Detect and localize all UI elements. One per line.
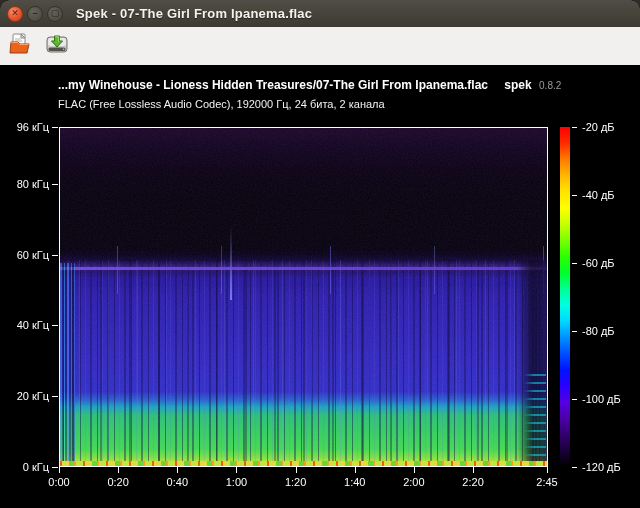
time-tick (59, 467, 60, 473)
app-name: spek (504, 78, 531, 92)
time-label: 1:00 (226, 476, 247, 488)
maximize-button[interactable]: ▢ (47, 6, 63, 22)
time-label: 1:40 (344, 476, 365, 488)
close-button[interactable]: ✕ (7, 6, 23, 22)
freq-label: 20 кГц (17, 390, 49, 402)
save-icon (44, 31, 70, 61)
db-tick (572, 127, 577, 128)
time-tick (547, 467, 548, 473)
time-label: 0:00 (48, 476, 69, 488)
freq-tick (52, 255, 58, 256)
time-label: 1:20 (285, 476, 306, 488)
freq-tick (52, 184, 58, 185)
time-label: 2:00 (403, 476, 424, 488)
time-label: 2:20 (462, 476, 483, 488)
time-label: 0:20 (107, 476, 128, 488)
db-tick (572, 467, 577, 468)
file-path-text: ...my Winehouse - Lioness Hidden Treasur… (58, 78, 488, 92)
spectrogram-noise-layer (60, 128, 547, 466)
freq-tick (52, 325, 58, 326)
time-label: 2:45 (536, 476, 557, 488)
db-tick (572, 399, 577, 400)
minimize-icon: – (32, 9, 37, 18)
time-tick (355, 467, 356, 473)
freq-label: 0 кГц (23, 461, 49, 473)
file-info-line: FLAC (Free Lossless Audio Codec), 192000… (58, 98, 385, 110)
freq-label: 96 кГц (17, 121, 49, 133)
open-file-icon (8, 31, 34, 61)
db-label: -40 дБ (582, 189, 615, 201)
freq-tick (52, 467, 58, 468)
db-tick (572, 331, 577, 332)
content-area: ...my Winehouse - Lioness Hidden Treasur… (0, 65, 640, 508)
app-version: 0.8.2 (539, 80, 561, 91)
freq-tick (52, 396, 58, 397)
file-path-heading: ...my Winehouse - Lioness Hidden Treasur… (58, 78, 632, 92)
db-tick (572, 263, 577, 264)
freq-label: 80 кГц (17, 178, 49, 190)
time-tick (473, 467, 474, 473)
time-tick (296, 467, 297, 473)
maximize-icon: ▢ (51, 9, 60, 18)
db-label: -120 дБ (582, 461, 621, 473)
time-tick (236, 467, 237, 473)
db-label: -60 дБ (582, 257, 615, 269)
db-label: -80 дБ (582, 325, 615, 337)
time-tick (177, 467, 178, 473)
spectrogram-plot (59, 127, 548, 467)
minimize-button[interactable]: – (27, 6, 43, 22)
db-color-scale (560, 127, 570, 467)
time-label: 0:40 (167, 476, 188, 488)
db-axis: -20 дБ-40 дБ-60 дБ-80 дБ-100 дБ-120 дБ (571, 127, 639, 467)
freq-label: 40 кГц (17, 319, 49, 331)
freq-tick (52, 127, 58, 128)
db-label: -20 дБ (582, 121, 615, 133)
time-tick (118, 467, 119, 473)
title-bar[interactable]: ✕ – ▢ Spek - 07-The Girl From Ipanema.fl… (0, 0, 640, 27)
time-tick (414, 467, 415, 473)
db-tick (572, 195, 577, 196)
freq-label: 60 кГц (17, 249, 49, 261)
time-axis: 0:000:200:401:001:201:402:002:202:45 (59, 467, 548, 495)
close-icon: ✕ (11, 9, 19, 18)
db-label: -100 дБ (582, 393, 621, 405)
spek-window: ✕ – ▢ Spek - 07-The Girl From Ipanema.fl… (0, 0, 640, 508)
save-button[interactable] (42, 31, 72, 61)
frequency-axis: 96 кГц80 кГц60 кГц40 кГц20 кГц0 кГц (0, 127, 59, 467)
toolbar (0, 27, 640, 65)
window-title: Spek - 07-The Girl From Ipanema.flac (76, 6, 312, 21)
open-file-button[interactable] (6, 31, 36, 61)
